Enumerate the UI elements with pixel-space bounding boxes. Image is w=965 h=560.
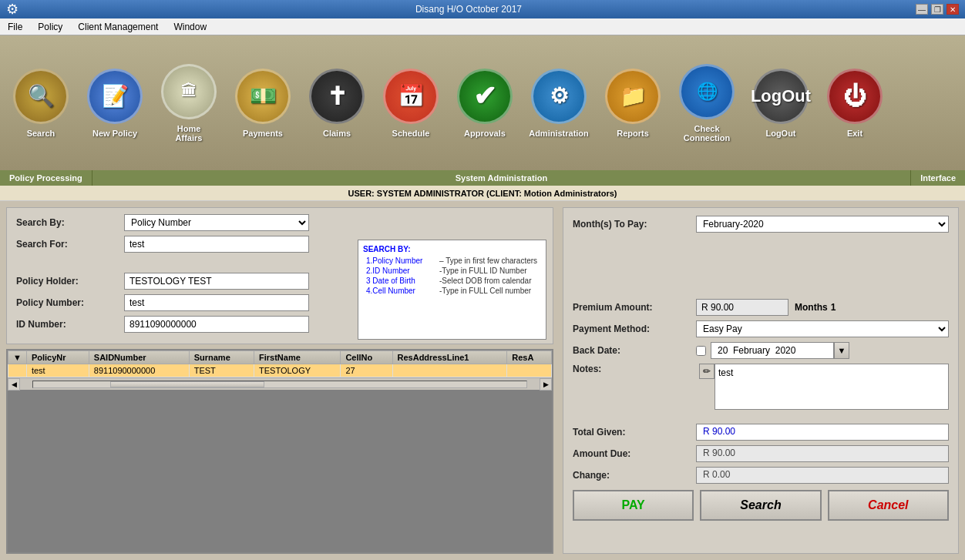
search-button[interactable]: Search (700, 490, 821, 521)
notes-textarea[interactable]: test (715, 364, 949, 410)
notes-row: Notes: ✏ test (573, 364, 949, 410)
toolbar-logout[interactable]: LogOut LogOut (746, 42, 815, 165)
toolbar-exit[interactable]: ⏻ Exit (820, 42, 889, 165)
total-given-row: Total Given: R 90.00 (573, 424, 949, 441)
payment-method-select[interactable]: Easy Pay Cash EFT Debit Order (696, 320, 949, 337)
payment-method-label: Payment Method: (573, 324, 696, 334)
cell-sort (8, 364, 27, 377)
search-help-box: SEARCH BY: 1.Policy Number – Type in fir… (358, 240, 546, 340)
search-by-label: Search By: (16, 217, 124, 228)
pay-button[interactable]: PAY (573, 490, 694, 521)
help-row-3: 3 Date of Birth -Select DOB from calenda… (363, 276, 541, 286)
toolbar-newpolicy[interactable]: 📝 New Policy (80, 42, 150, 165)
toolbar-reports[interactable]: 📁 Reports (598, 42, 667, 165)
policy-processing-status: Policy Processing (0, 170, 92, 186)
cell-surname: TEST (189, 364, 254, 377)
col-surname[interactable]: Surname (189, 351, 254, 364)
search-help-table: 1.Policy Number – Type in first few char… (363, 256, 541, 296)
restore-button[interactable]: ❐ (931, 4, 943, 15)
schedule-icon: 📅 (383, 69, 439, 124)
notes-edit-icon[interactable]: ✏ (699, 364, 715, 379)
scroll-right-btn[interactable]: ▶ (540, 378, 552, 391)
cell-resa (507, 364, 552, 377)
toolbar-payments[interactable]: 💵 Payments (228, 42, 298, 165)
right-panel: Month(s) To Pay: February-2020 March-202… (563, 207, 959, 554)
toolbar-claims[interactable]: ✝ Claims (302, 42, 372, 165)
cell-saidnumber: 8911090000000 (89, 364, 189, 377)
action-buttons: PAY Search Cancel (573, 490, 949, 521)
toolbar-approvals[interactable]: ✔ Approvals (450, 42, 519, 165)
checkconn-icon: 🌐 (679, 64, 735, 119)
premium-amount-label: Premium Amount: (573, 302, 696, 313)
notes-label: Notes: (573, 364, 696, 374)
policy-number-label: Policy Number: (16, 297, 124, 308)
col-saidnumber[interactable]: SAIDNumber (89, 351, 189, 364)
premium-amount-input[interactable]: R 90.00 (696, 299, 788, 316)
status-bar: Policy Processing System Administration … (0, 170, 965, 186)
interface-status: Interface (911, 170, 965, 186)
toolbar-homeaffairs[interactable]: 🏛 HomeAffairs (154, 42, 224, 165)
app-icon: ⚙ (6, 1, 18, 18)
payment-method-row: Payment Method: Easy Pay Cash EFT Debit … (573, 320, 949, 337)
policy-holder-input[interactable]: TESTOLOGY TEST (124, 273, 309, 290)
col-resa[interactable]: ResA (507, 351, 552, 364)
col-firstname[interactable]: FirstName (254, 351, 341, 364)
newpolicy-icon: 📝 (87, 69, 143, 124)
data-table-container: ▼ PolicyNr SAIDNumber Surname FirstName … (6, 349, 553, 554)
cell-firstname: TESTOLOGY (254, 364, 341, 377)
id-number-label: ID Number: (16, 319, 124, 330)
table-row[interactable]: test 8911090000000 TEST TESTOLOGY 27 (8, 364, 552, 377)
calendar-icon[interactable]: ▼ (834, 342, 849, 359)
months-to-pay-select[interactable]: February-2020 March-2020 January-2020 (696, 216, 949, 233)
cell-resaddr1 (392, 364, 507, 377)
search-by-row: Search By: Policy Number ID Number Date … (16, 214, 543, 231)
blank-space (573, 237, 949, 299)
toolbar-schedule[interactable]: 📅 Schedule (376, 42, 446, 165)
title-bar: ⚙ Disang H/O October 2017 — ❐ ✕ (0, 0, 965, 18)
months-label: Months (795, 302, 828, 313)
menu-file[interactable]: File (0, 20, 30, 34)
table-header-row: ▼ PolicyNr SAIDNumber Surname FirstName … (8, 351, 552, 364)
policy-table: ▼ PolicyNr SAIDNumber Surname FirstName … (8, 350, 552, 377)
horizontal-scrollbar[interactable]: ◀ ▶ (8, 377, 552, 390)
main-content: Search By: Policy Number ID Number Date … (0, 201, 965, 560)
total-given-label: Total Given: (573, 427, 696, 438)
cell-cellno: 27 (341, 364, 392, 377)
window-title: Disang H/O October 2017 (22, 4, 916, 15)
amount-due-label: Amount Due: (573, 448, 696, 459)
search-for-input[interactable]: test (124, 236, 309, 253)
change-label: Change: (573, 470, 696, 481)
id-number-input[interactable]: 8911090000000 (124, 316, 309, 333)
menu-policy[interactable]: Policy (30, 20, 70, 34)
menu-bar: File Policy Client Management Window (0, 18, 965, 35)
search-help-title: SEARCH BY: (363, 245, 541, 253)
table-scroll-area[interactable]: ▼ PolicyNr SAIDNumber Surname FirstName … (8, 350, 552, 377)
change-value: R 0.00 (696, 467, 949, 484)
amount-due-value: R 90.00 (696, 445, 949, 462)
scroll-left-btn[interactable]: ◀ (8, 378, 20, 391)
col-cellno[interactable]: CellNo (341, 351, 392, 364)
col-sort[interactable]: ▼ (8, 351, 27, 364)
menu-window[interactable]: Window (166, 20, 214, 34)
help-row-2: 2.ID Number -Type in FULL ID Number (363, 266, 541, 276)
col-policynr[interactable]: PolicyNr (26, 351, 89, 364)
col-resaddr1[interactable]: ResAddressLine1 (392, 351, 507, 364)
back-date-row: Back Date: 20 February 2020 ▼ (573, 342, 949, 359)
back-date-input[interactable]: 20 February 2020 (711, 342, 834, 359)
scroll-track[interactable] (32, 381, 527, 388)
back-date-checkbox[interactable] (696, 346, 706, 356)
system-admin-status: System Administration (92, 170, 911, 186)
search-by-select[interactable]: Policy Number ID Number Date of Birth Ce… (124, 214, 309, 231)
cancel-button[interactable]: Cancel (828, 490, 949, 521)
close-button[interactable]: ✕ (947, 4, 959, 15)
minimize-button[interactable]: — (916, 4, 928, 15)
scroll-thumb[interactable] (110, 381, 264, 387)
logout-icon: LogOut (753, 69, 809, 124)
cell-policynr: test (26, 364, 89, 377)
toolbar-checkconn[interactable]: 🌐 CheckConnection (672, 42, 741, 165)
policy-number-input[interactable]: test (124, 294, 309, 311)
payments-icon: 💵 (235, 69, 291, 124)
menu-client-management[interactable]: Client Management (70, 20, 166, 34)
toolbar-admin[interactable]: ⚙ Administration (524, 42, 593, 165)
toolbar-search[interactable]: 🔍 Search (6, 42, 76, 165)
